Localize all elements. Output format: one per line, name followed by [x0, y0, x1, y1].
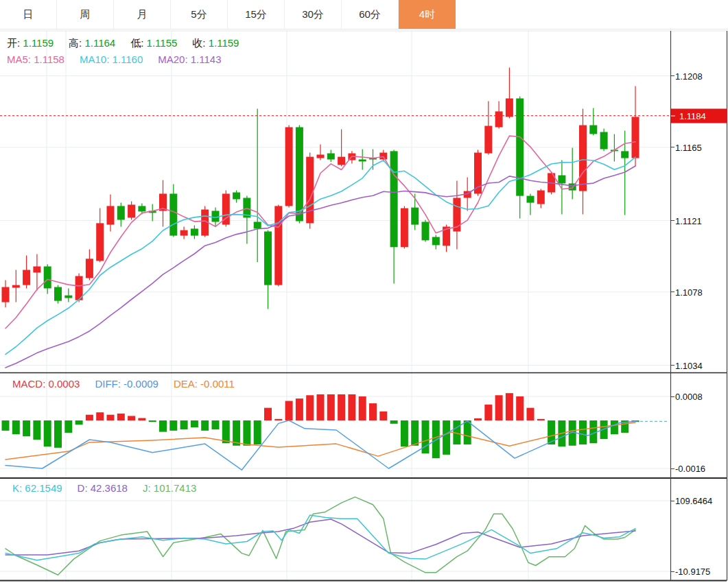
macd-bar [222, 420, 230, 443]
macd-bar [169, 420, 177, 431]
candle-body [495, 111, 503, 127]
candle-body [558, 176, 565, 184]
macd-bar [527, 408, 535, 420]
candle-body [64, 296, 72, 298]
axis-tick [670, 365, 674, 366]
candle-body [274, 206, 282, 285]
macd-bar [180, 420, 188, 429]
macd-bar [264, 408, 272, 420]
candle-body [191, 228, 198, 235]
candles-layer [2, 68, 639, 309]
candle-body [390, 151, 398, 247]
axis-label: 1.1078 [675, 287, 703, 297]
candle-body [621, 151, 629, 158]
candle-body [44, 266, 51, 288]
legend-item: MA5: 1.1158 [7, 53, 64, 66]
tab-4hour[interactable]: 4时 [399, 0, 456, 29]
candle-body [254, 222, 261, 228]
macd-bar [138, 418, 145, 421]
axis-label: -10.9175 [675, 567, 710, 577]
candle-body [285, 127, 293, 206]
tab-5min[interactable]: 5分 [171, 0, 228, 29]
chart-canvas[interactable] [0, 0, 728, 583]
macd-bar [506, 393, 513, 420]
macd-bar [191, 420, 198, 427]
macd-bar [443, 420, 450, 455]
macd-bar [359, 396, 366, 420]
macd-bar [338, 394, 345, 420]
candle-body [338, 157, 345, 165]
candle-body [180, 230, 188, 236]
axis-label: 109.6464 [675, 496, 712, 506]
borders-layer [0, 31, 727, 581]
macd-bar [201, 420, 209, 431]
macd-bar [432, 420, 440, 458]
macd-bar [285, 401, 293, 420]
macd-bar [348, 394, 355, 420]
macd-bar [317, 394, 325, 420]
tab-30min[interactable]: 30分 [285, 0, 342, 29]
candle-body [401, 209, 408, 248]
macd-bar [401, 420, 408, 447]
tab-month[interactable]: 月 [114, 0, 171, 29]
axis-label: 1.1034 [675, 360, 703, 370]
axis-label: -0.0016 [675, 464, 705, 474]
candle-body [2, 287, 10, 302]
candle-body [579, 126, 587, 191]
grid-layer [0, 31, 670, 582]
candle-body [359, 159, 366, 161]
tab-60min[interactable]: 60分 [342, 0, 399, 29]
axis-label: 1.1208 [675, 71, 703, 81]
legend-item: 低: 1.1155 [130, 37, 177, 49]
macd-bar [474, 418, 482, 420]
axis-tick [670, 468, 674, 469]
macd-bar [117, 414, 125, 420]
macd-bar [12, 420, 20, 434]
candle-body [422, 222, 430, 240]
current-price-badge: 1.1184 [671, 108, 727, 123]
axis-label: 1.1121 [675, 215, 702, 226]
axis-tick [670, 220, 674, 221]
axis-tick [670, 396, 674, 397]
candle-body [327, 154, 335, 160]
axis-tick [670, 75, 674, 76]
macd-legend: MACD: 0.0003DIFF: -0.0009DEA: -0.0011 [12, 378, 250, 390]
candle-body [233, 193, 240, 200]
macd-bar [274, 419, 282, 420]
candle-body [169, 193, 177, 235]
macd-bar [243, 420, 250, 446]
candle-body [296, 127, 303, 221]
candle-body [54, 287, 62, 301]
candle-body [138, 206, 145, 211]
macd-bar [390, 420, 398, 424]
macd-bar [379, 412, 387, 420]
tab-day[interactable]: 日 [0, 0, 57, 29]
macd-bar [516, 396, 524, 420]
candle-body [264, 232, 272, 285]
candle-body [12, 285, 20, 288]
candle-body [527, 196, 535, 203]
macd-bar [484, 405, 492, 420]
candle-body [96, 223, 104, 261]
axis-tick [670, 571, 674, 572]
macd-bar [128, 416, 135, 420]
macd-bar [411, 420, 419, 446]
macd-bar [254, 420, 261, 444]
candle-body [317, 154, 325, 158]
tab-week[interactable]: 周 [57, 0, 114, 29]
macd-bar [537, 419, 545, 420]
tab-15min[interactable]: 15分 [228, 0, 285, 29]
candle-body [506, 98, 513, 117]
kline-app: 日周月5分15分30分60分4时 开: 1.1159高: 1.1164低: 1.… [0, 0, 728, 583]
candle-body [128, 204, 135, 217]
macd-bar [33, 420, 40, 440]
candle-body [516, 98, 524, 195]
candle-body [537, 191, 545, 204]
legend-item: MA10: 1.1160 [80, 53, 143, 66]
candle-body [107, 206, 115, 224]
legend-item: D: 42.3618 [78, 482, 128, 495]
macd-bar [464, 420, 471, 444]
candle-body [632, 117, 639, 158]
candle-body [379, 153, 387, 160]
macd-bar [149, 420, 156, 422]
